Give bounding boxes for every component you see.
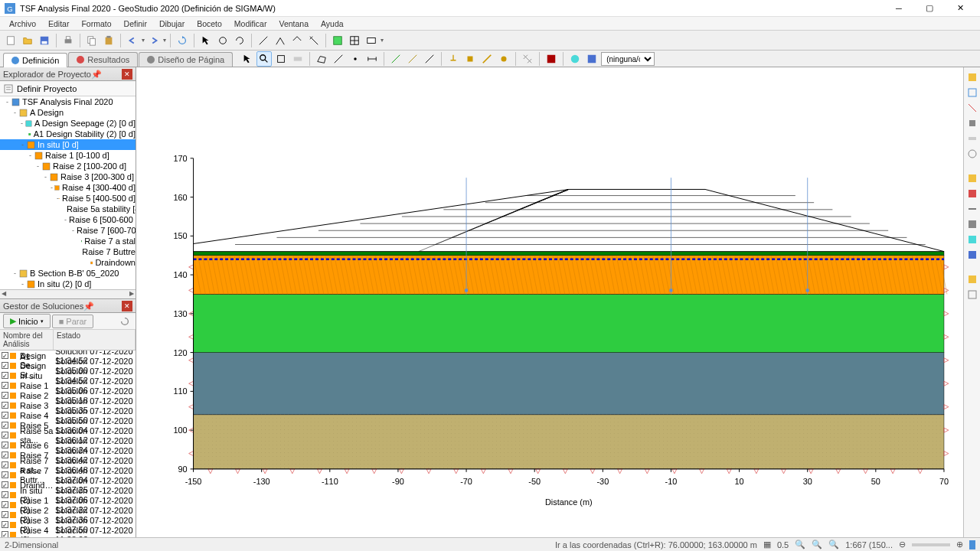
redo-button[interactable] (146, 33, 162, 48)
refresh-button[interactable] (175, 33, 190, 48)
print-button[interactable] (60, 33, 76, 48)
view-btn-1[interactable] (544, 51, 559, 67)
rotate-tool[interactable] (232, 33, 247, 48)
tab-definición[interactable]: Definición (3, 53, 67, 67)
zoom-plus-icon[interactable]: ⊕ (956, 540, 963, 549)
pan-tool[interactable] (215, 33, 230, 48)
menu-formato[interactable]: Formato (75, 19, 117, 28)
menu-definir[interactable]: Definir (118, 19, 153, 28)
zoom-out-icon[interactable]: 🔍 (795, 540, 805, 549)
tree-item[interactable]: Draindown (0, 257, 136, 268)
select-tool[interactable] (198, 33, 214, 48)
menu-boceto[interactable]: Boceto (191, 19, 228, 28)
mesh-btn[interactable] (520, 51, 535, 67)
rt-btn-8[interactable] (965, 187, 979, 201)
tree-item[interactable]: -A Design Seepage (2) [0 d] (0, 118, 136, 129)
zoom-fit-icon[interactable]: 🔍 (812, 540, 822, 549)
draw-tool-3[interactable] (289, 33, 305, 48)
paste-button[interactable] (101, 33, 116, 48)
tab-resultados[interactable]: Resultados (68, 52, 138, 67)
zoom-in-icon[interactable]: 🔍 (828, 540, 839, 549)
rt-btn-3[interactable] (965, 101, 979, 115)
tree-item[interactable]: -Raise 6 [500-600 d] (0, 214, 136, 225)
pin-icon[interactable]: 📌 (91, 70, 100, 79)
pin-icon-2[interactable]: 📌 (83, 302, 93, 311)
menu-modificar[interactable]: Modificar (228, 19, 273, 28)
mesh-tool[interactable] (347, 33, 362, 48)
globe-button[interactable] (567, 51, 583, 67)
tree-item[interactable]: -Raise 2 [100-200 d] (0, 161, 136, 171)
tree-item[interactable]: A1 Design Stability (2) [0 d] (0, 129, 136, 139)
bc-tool-2[interactable] (462, 51, 478, 67)
view-tool[interactable] (364, 33, 379, 48)
menu-dibujar[interactable]: Dibujar (153, 19, 191, 28)
project-tree[interactable]: -TSF Analysis Final 2020-A Design-A Desi… (0, 96, 136, 289)
close-button[interactable]: ✕ (945, 1, 975, 16)
tree-item[interactable]: -Raise 3 [200-300 d] (0, 171, 136, 182)
data-button[interactable] (584, 51, 599, 67)
rt-btn-14[interactable] (965, 288, 979, 302)
tree-item[interactable]: -A Design (0, 107, 136, 118)
bc-tool-1[interactable] (446, 51, 461, 67)
menu-ayuda[interactable]: Ayuda (315, 19, 350, 28)
mat-tool-2[interactable] (405, 51, 420, 67)
minimize-button[interactable]: ─ (884, 1, 914, 16)
mat-tool-1[interactable] (388, 51, 403, 67)
region-tool[interactable] (314, 51, 329, 67)
rt-btn-6[interactable] (965, 147, 979, 161)
undo-button[interactable] (125, 33, 140, 48)
drawing-canvas[interactable]: 90100110120130140150160170-150-130-110-9… (136, 67, 963, 537)
tree-item[interactable]: Raise 5a stability [41 (0, 204, 136, 214)
rt-btn-7[interactable] (965, 171, 979, 185)
zoom-tool[interactable] (256, 51, 272, 67)
bc-tool-3[interactable] (479, 51, 495, 67)
open-button[interactable] (20, 33, 35, 48)
zoom-minus-icon[interactable]: ⊖ (899, 540, 906, 549)
rt-btn-9[interactable] (965, 202, 979, 216)
stop-button[interactable]: ■Parar (52, 315, 94, 328)
save-button[interactable] (37, 33, 52, 48)
bc-tool-4[interactable] (496, 51, 511, 67)
rt-btn-11[interactable] (965, 233, 979, 246)
dimension-tool[interactable] (364, 51, 380, 67)
line-tool[interactable] (331, 51, 346, 67)
tree-item[interactable]: Raise 7 a stal (0, 236, 136, 246)
rt-btn-2[interactable] (965, 86, 979, 99)
rt-btn-4[interactable] (965, 116, 979, 130)
grid-tool[interactable] (330, 33, 345, 48)
cursor-tool[interactable] (240, 51, 255, 67)
rt-btn-5[interactable] (965, 132, 979, 145)
tree-item[interactable]: -TSF Analysis Final 2020 (0, 96, 136, 107)
copy-button[interactable] (84, 33, 100, 48)
menu-ventana[interactable]: Ventana (273, 19, 315, 28)
start-button[interactable]: ▶Inicio▾ (3, 314, 51, 328)
zoom-slider[interactable] (912, 543, 950, 546)
tree-item[interactable]: -In situ (2) [0 d] (0, 279, 136, 289)
define-project-bar[interactable]: Definir Proyecto (0, 81, 136, 96)
tab-diseño-de-página[interactable]: Diseño de Página (139, 52, 233, 67)
menu-editar[interactable]: Editar (42, 19, 75, 28)
grid-icon[interactable]: ▦ (763, 540, 771, 549)
draw-tool-2[interactable] (273, 33, 288, 48)
new-button[interactable] (3, 33, 18, 48)
tree-scrollbar[interactable]: ◀ ▶ (0, 289, 136, 298)
rt-btn-12[interactable] (965, 248, 979, 262)
tree-item[interactable]: -B Section B-B' 05_2020 (0, 268, 136, 279)
panel-close-button[interactable]: ✕ (122, 69, 132, 80)
col-status-header[interactable]: Estado (54, 330, 136, 350)
layer-dropdown[interactable]: (ninguna/o) (601, 52, 655, 66)
panel-close-button-2[interactable]: ✕ (122, 301, 132, 311)
draw-tool-1[interactable] (256, 33, 271, 48)
maximize-button[interactable]: ▢ (914, 1, 945, 16)
col-name-header[interactable]: Nombre del Análisis (0, 330, 54, 350)
t2-btn-3[interactable] (273, 51, 289, 67)
draw-tool-4[interactable] (306, 33, 322, 48)
rt-btn-13[interactable] (965, 272, 979, 286)
tree-item[interactable]: Raise 7 Buttre (0, 246, 136, 257)
menu-archivo[interactable]: Archivo (3, 19, 42, 28)
tree-item[interactable]: -Raise 7 [600-700 (0, 225, 136, 236)
point-tool[interactable] (348, 51, 363, 67)
t2-btn-4[interactable] (290, 51, 305, 67)
tree-item[interactable]: -Raise 5 [400-500 d] (0, 193, 136, 204)
rt-btn-1[interactable] (965, 70, 979, 84)
